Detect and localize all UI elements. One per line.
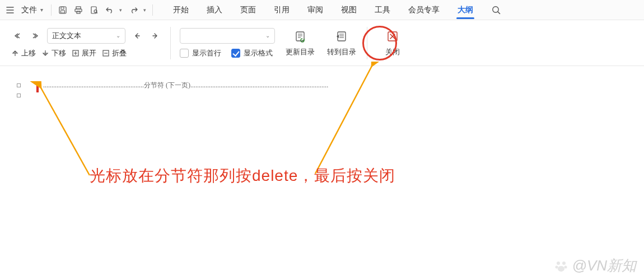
print-button[interactable]: [71, 3, 86, 17]
expand-label: 展开: [82, 48, 96, 58]
tabs: 开始 插入 页面 引用 审阅 视图 工具 会员专享 大纲: [164, 0, 482, 20]
svg-rect-3: [76, 7, 81, 9]
undo-button[interactable]: [102, 3, 117, 17]
svg-line-10: [498, 12, 500, 14]
checkbox-unchecked-icon: [180, 49, 189, 58]
tab-start[interactable]: 开始: [164, 0, 198, 20]
goto-toc-icon: [335, 29, 348, 44]
paw-icon: [554, 259, 568, 273]
watermark: @VN新知: [554, 256, 636, 276]
show-group: ⌄ 显示首行 显示格式: [180, 28, 275, 58]
tab-label: 插入: [207, 5, 222, 15]
text-cursor: [36, 82, 39, 92]
goto-toc-label: 转到目录: [327, 47, 356, 57]
bullet-icon: [17, 94, 21, 97]
svg-rect-14: [338, 32, 346, 41]
section-break-marker: ........................................…: [43, 81, 329, 90]
collapse-button[interactable]: 折叠: [102, 48, 127, 58]
svg-rect-2: [61, 11, 65, 13]
tab-member[interactable]: 会员专享: [399, 0, 449, 20]
goto-toc-button[interactable]: 转到目录: [325, 29, 358, 57]
update-toc-icon: [294, 29, 306, 44]
chevron-down-icon: ⌄: [265, 32, 270, 39]
tab-label: 页面: [240, 5, 256, 15]
outline-level-group: 正文文本 ⌄ 上移 下移 展开: [11, 28, 161, 58]
tab-view[interactable]: 视图: [332, 0, 366, 20]
show-format-label: 显示格式: [244, 48, 273, 58]
close-label: 关闭: [385, 47, 400, 57]
close-icon: [386, 29, 399, 44]
demote-one-button[interactable]: [149, 30, 161, 42]
svg-point-21: [562, 262, 566, 265]
tab-review[interactable]: 审阅: [298, 0, 332, 20]
svg-point-24: [558, 266, 564, 272]
update-toc-button[interactable]: 更新目录: [284, 29, 316, 57]
promote-one-button[interactable]: [131, 30, 143, 42]
search-button[interactable]: [488, 2, 505, 18]
tab-insert[interactable]: 插入: [198, 0, 231, 20]
tab-label: 视图: [341, 5, 357, 15]
close-outline-button[interactable]: 关闭: [376, 29, 409, 57]
hamburger-button[interactable]: [3, 0, 19, 20]
update-toc-label: 更新目录: [286, 47, 315, 57]
tab-page[interactable]: 页面: [231, 0, 265, 20]
svg-point-23: [564, 265, 567, 268]
move-down-button[interactable]: 下移: [41, 48, 66, 58]
show-format-checkbox[interactable]: 显示格式: [231, 48, 273, 58]
section-break-label: 分节符 (下一页): [144, 81, 190, 89]
expand-button[interactable]: 展开: [72, 48, 96, 58]
demote-button[interactable]: [29, 30, 41, 42]
outline-level-value: 正文文本: [52, 31, 81, 41]
save-button[interactable]: [55, 3, 70, 17]
svg-point-22: [556, 265, 558, 268]
tab-label: 会员专享: [408, 5, 440, 15]
show-first-line-label: 显示首行: [192, 48, 221, 58]
checkbox-checked-icon: [231, 49, 240, 58]
tab-label: 审阅: [307, 5, 323, 15]
undo-group: ▾ ▾: [102, 3, 149, 17]
move-up-label: 上移: [21, 48, 36, 58]
outline-ribbon: 正文文本 ⌄ 上移 下移 展开: [0, 20, 644, 66]
divider: [170, 27, 171, 59]
watermark-label: @VN新知: [572, 256, 636, 276]
tab-label: 开始: [173, 5, 189, 15]
divider: [152, 4, 153, 16]
tab-ref[interactable]: 引用: [265, 0, 298, 20]
svg-rect-1: [61, 7, 64, 9]
show-first-line-checkbox[interactable]: 显示首行: [180, 48, 221, 58]
chevron-down-icon: ⌄: [116, 32, 120, 39]
show-level-select[interactable]: ⌄: [180, 28, 275, 44]
menubar: 文件 ▾ ▾ ▾ 开始 插入 页面 引用 审阅 视图 工具 会员专享 大纲: [0, 0, 644, 20]
file-menu[interactable]: 文件 ▾: [19, 0, 48, 20]
tab-outline[interactable]: 大纲: [449, 0, 482, 20]
chevron-down-icon: ▾: [143, 7, 146, 13]
divider: [367, 27, 367, 59]
bullet-icon: [17, 83, 21, 87]
tab-label: 大纲: [458, 5, 473, 15]
tab-label: 引用: [274, 5, 290, 15]
promote-button[interactable]: [11, 30, 24, 42]
svg-rect-13: [296, 32, 304, 41]
annotation-text: 光标放在分节符那列按delete，最后按关闭: [90, 165, 395, 186]
divider: [51, 4, 52, 16]
outline-level-select[interactable]: 正文文本 ⌄: [47, 28, 125, 44]
move-down-label: 下移: [52, 48, 66, 58]
redo-button[interactable]: [127, 3, 141, 17]
tab-label: 工具: [375, 5, 390, 15]
tab-tools[interactable]: 工具: [366, 0, 399, 20]
preview-button[interactable]: [87, 3, 101, 17]
collapse-label: 折叠: [112, 48, 127, 58]
move-up-button[interactable]: 上移: [11, 48, 36, 58]
svg-point-20: [557, 262, 560, 265]
svg-rect-0: [59, 7, 66, 13]
chevron-down-icon: ▾: [40, 7, 43, 13]
outline-row[interactable]: ........................................…: [17, 81, 638, 90]
file-menu-label: 文件: [21, 5, 37, 15]
outline-row[interactable]: [17, 91, 638, 100]
chevron-down-icon: ▾: [119, 7, 122, 13]
